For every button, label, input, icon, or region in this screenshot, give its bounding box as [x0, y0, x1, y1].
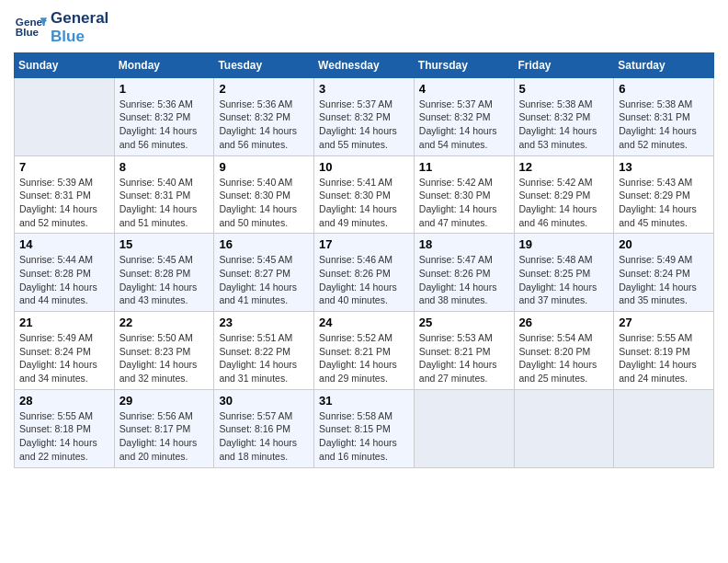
header-wednesday: Wednesday	[314, 52, 415, 77]
day-number: 27	[619, 316, 709, 329]
day-number: 24	[319, 316, 409, 329]
day-info: Sunrise: 5:37 AM Sunset: 8:32 PM Dayligh…	[419, 98, 509, 152]
logo-icon: General Blue	[14, 11, 47, 44]
day-number: 3	[319, 82, 409, 96]
day-number: 29	[119, 394, 210, 408]
day-info: Sunrise: 5:45 AM Sunset: 8:27 PM Dayligh…	[219, 253, 309, 307]
day-number: 16	[219, 237, 309, 251]
day-number: 23	[219, 316, 309, 329]
day-info: Sunrise: 5:48 AM Sunset: 8:25 PM Dayligh…	[519, 253, 609, 307]
day-info: Sunrise: 5:51 AM Sunset: 8:22 PM Dayligh…	[219, 331, 309, 385]
logo-text: GeneralBlue	[51, 9, 108, 47]
day-info: Sunrise: 5:38 AM Sunset: 8:32 PM Dayligh…	[519, 98, 609, 152]
day-info: Sunrise: 5:39 AM Sunset: 8:31 PM Dayligh…	[19, 176, 109, 230]
calendar-cell: 28Sunrise: 5:55 AM Sunset: 8:18 PM Dayli…	[15, 389, 115, 467]
calendar-cell: 8Sunrise: 5:40 AM Sunset: 8:31 PM Daylig…	[114, 155, 214, 234]
day-number: 11	[419, 160, 509, 174]
day-info: Sunrise: 5:53 AM Sunset: 8:21 PM Dayligh…	[419, 331, 509, 385]
calendar-cell: 20Sunrise: 5:49 AM Sunset: 8:24 PM Dayli…	[614, 234, 714, 312]
day-number: 1	[119, 82, 210, 96]
day-number: 5	[519, 82, 609, 96]
day-info: Sunrise: 5:58 AM Sunset: 8:15 PM Dayligh…	[319, 409, 409, 464]
calendar-cell: 7Sunrise: 5:39 AM Sunset: 8:31 PM Daylig…	[15, 155, 115, 234]
calendar-cell: 10Sunrise: 5:41 AM Sunset: 8:30 PM Dayli…	[314, 155, 415, 234]
calendar-cell: 5Sunrise: 5:38 AM Sunset: 8:32 PM Daylig…	[514, 77, 614, 155]
day-info: Sunrise: 5:44 AM Sunset: 8:28 PM Dayligh…	[19, 253, 109, 307]
calendar-cell: 17Sunrise: 5:46 AM Sunset: 8:26 PM Dayli…	[314, 234, 415, 312]
day-number: 12	[519, 160, 609, 174]
day-info: Sunrise: 5:36 AM Sunset: 8:32 PM Dayligh…	[119, 98, 210, 152]
day-number: 14	[19, 237, 109, 251]
day-info: Sunrise: 5:55 AM Sunset: 8:18 PM Dayligh…	[19, 409, 109, 464]
calendar-cell: 16Sunrise: 5:45 AM Sunset: 8:27 PM Dayli…	[214, 234, 314, 312]
day-info: Sunrise: 5:37 AM Sunset: 8:32 PM Dayligh…	[319, 98, 409, 152]
day-number: 28	[19, 394, 109, 408]
calendar-cell	[15, 77, 115, 155]
calendar-week-row: 14Sunrise: 5:44 AM Sunset: 8:28 PM Dayli…	[15, 234, 714, 312]
calendar-table: SundayMondayTuesdayWednesdayThursdayFrid…	[14, 52, 714, 468]
day-number: 6	[619, 82, 709, 96]
day-number: 21	[19, 316, 109, 329]
calendar-cell: 21Sunrise: 5:49 AM Sunset: 8:24 PM Dayli…	[15, 312, 115, 390]
day-number: 15	[119, 237, 210, 251]
day-number: 10	[319, 160, 409, 174]
calendar-cell	[614, 389, 714, 467]
calendar-week-row: 7Sunrise: 5:39 AM Sunset: 8:31 PM Daylig…	[15, 155, 714, 234]
day-info: Sunrise: 5:49 AM Sunset: 8:24 PM Dayligh…	[619, 253, 709, 307]
day-number: 20	[619, 237, 709, 251]
calendar-cell: 25Sunrise: 5:53 AM Sunset: 8:21 PM Dayli…	[414, 312, 514, 390]
calendar-cell: 1Sunrise: 5:36 AM Sunset: 8:32 PM Daylig…	[114, 77, 214, 155]
calendar-cell: 13Sunrise: 5:43 AM Sunset: 8:29 PM Dayli…	[614, 155, 714, 234]
calendar-cell: 9Sunrise: 5:40 AM Sunset: 8:30 PM Daylig…	[214, 155, 314, 234]
calendar-cell: 31Sunrise: 5:58 AM Sunset: 8:15 PM Dayli…	[314, 389, 415, 467]
calendar-cell: 30Sunrise: 5:57 AM Sunset: 8:16 PM Dayli…	[214, 389, 314, 467]
header-saturday: Saturday	[614, 52, 714, 77]
header-tuesday: Tuesday	[214, 52, 314, 77]
calendar-cell: 22Sunrise: 5:50 AM Sunset: 8:23 PM Dayli…	[114, 312, 214, 390]
page-header: General Blue GeneralBlue	[14, 9, 714, 47]
header-sunday: Sunday	[15, 52, 115, 77]
calendar-cell: 3Sunrise: 5:37 AM Sunset: 8:32 PM Daylig…	[314, 77, 415, 155]
calendar-cell: 26Sunrise: 5:54 AM Sunset: 8:20 PM Dayli…	[514, 312, 614, 390]
day-info: Sunrise: 5:50 AM Sunset: 8:23 PM Dayligh…	[119, 331, 210, 385]
calendar-cell	[514, 389, 614, 467]
day-number: 30	[219, 394, 309, 408]
calendar-cell: 6Sunrise: 5:38 AM Sunset: 8:31 PM Daylig…	[614, 77, 714, 155]
calendar-cell: 18Sunrise: 5:47 AM Sunset: 8:26 PM Dayli…	[414, 234, 514, 312]
day-number: 31	[319, 394, 409, 408]
header-thursday: Thursday	[414, 52, 514, 77]
day-number: 8	[119, 160, 210, 174]
calendar-cell: 12Sunrise: 5:42 AM Sunset: 8:29 PM Dayli…	[514, 155, 614, 234]
calendar-cell: 11Sunrise: 5:42 AM Sunset: 8:30 PM Dayli…	[414, 155, 514, 234]
calendar-header-row: SundayMondayTuesdayWednesdayThursdayFrid…	[15, 52, 714, 77]
day-info: Sunrise: 5:40 AM Sunset: 8:31 PM Dayligh…	[119, 176, 210, 230]
day-number: 17	[319, 237, 409, 251]
day-info: Sunrise: 5:41 AM Sunset: 8:30 PM Dayligh…	[319, 176, 409, 230]
day-info: Sunrise: 5:45 AM Sunset: 8:28 PM Dayligh…	[119, 253, 210, 307]
day-info: Sunrise: 5:56 AM Sunset: 8:17 PM Dayligh…	[119, 409, 210, 464]
day-info: Sunrise: 5:36 AM Sunset: 8:32 PM Dayligh…	[219, 98, 309, 152]
day-info: Sunrise: 5:55 AM Sunset: 8:19 PM Dayligh…	[619, 331, 709, 385]
day-number: 2	[219, 82, 309, 96]
calendar-cell: 24Sunrise: 5:52 AM Sunset: 8:21 PM Dayli…	[314, 312, 415, 390]
day-number: 18	[419, 237, 509, 251]
day-number: 19	[519, 237, 609, 251]
day-info: Sunrise: 5:38 AM Sunset: 8:31 PM Dayligh…	[619, 98, 709, 152]
day-info: Sunrise: 5:54 AM Sunset: 8:20 PM Dayligh…	[519, 331, 609, 385]
logo: General Blue GeneralBlue	[14, 9, 108, 47]
calendar-cell: 27Sunrise: 5:55 AM Sunset: 8:19 PM Dayli…	[614, 312, 714, 390]
day-info: Sunrise: 5:46 AM Sunset: 8:26 PM Dayligh…	[319, 253, 409, 307]
calendar-cell: 29Sunrise: 5:56 AM Sunset: 8:17 PM Dayli…	[114, 389, 214, 467]
header-friday: Friday	[514, 52, 614, 77]
day-number: 26	[519, 316, 609, 329]
calendar-cell: 19Sunrise: 5:48 AM Sunset: 8:25 PM Dayli…	[514, 234, 614, 312]
day-info: Sunrise: 5:57 AM Sunset: 8:16 PM Dayligh…	[219, 409, 309, 464]
day-info: Sunrise: 5:43 AM Sunset: 8:29 PM Dayligh…	[619, 176, 709, 230]
day-number: 7	[19, 160, 109, 174]
calendar-cell: 15Sunrise: 5:45 AM Sunset: 8:28 PM Dayli…	[114, 234, 214, 312]
day-number: 9	[219, 160, 309, 174]
day-info: Sunrise: 5:49 AM Sunset: 8:24 PM Dayligh…	[19, 331, 109, 385]
calendar-week-row: 21Sunrise: 5:49 AM Sunset: 8:24 PM Dayli…	[15, 312, 714, 390]
day-info: Sunrise: 5:52 AM Sunset: 8:21 PM Dayligh…	[319, 331, 409, 385]
day-info: Sunrise: 5:47 AM Sunset: 8:26 PM Dayligh…	[419, 253, 509, 307]
